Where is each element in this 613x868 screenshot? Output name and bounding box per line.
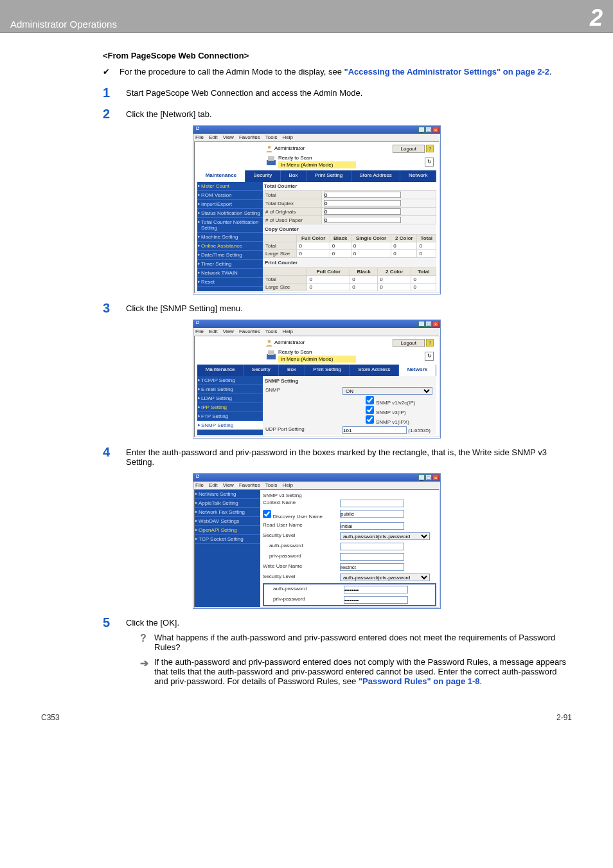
nav-ftp[interactable]: FTP Setting [197,412,263,421]
nav-total-counter-notif[interactable]: Total Counter Notification Setting [197,218,263,233]
logout-button[interactable]: Logout [393,145,425,153]
nav-network-fax[interactable]: Network Fax Setting [195,508,260,517]
close-icon[interactable]: × [432,127,439,132]
usedpaper-value[interactable] [324,217,401,223]
discovery-field[interactable] [340,510,404,518]
tab-maintenance[interactable]: Maintenance [197,365,244,376]
minimize-icon[interactable]: _ [418,321,425,327]
nav-ipp[interactable]: IPP Setting [197,403,263,412]
link-admin-settings[interactable]: "Accessing the Administrator Settings" o… [344,67,550,77]
tab-maintenance[interactable]: Maintenance [197,170,245,182]
nav-twain[interactable]: Network TWAIN [197,269,263,278]
menu-view[interactable]: View [223,134,234,140]
menu-view[interactable]: View [223,482,234,488]
nav-timer[interactable]: Timer Setting [197,260,263,269]
discovery-checkbox[interactable] [263,510,271,518]
step-2: 2 Click the [Network] tab. [103,107,572,122]
total-value[interactable] [324,192,401,198]
nav-online-assist[interactable]: Online Assistance [197,242,263,251]
udp-port-field[interactable] [342,426,407,434]
help-icon[interactable]: ? [426,339,434,347]
menu-help[interactable]: Help [282,482,292,488]
privpw-field-write[interactable] [344,596,408,604]
menu-tools[interactable]: Tools [265,482,278,488]
maximize-icon[interactable]: □ [425,321,432,327]
administrator-icon [265,339,273,347]
duplex-value[interactable] [324,200,401,206]
tab-print-setting[interactable]: Print Setting [306,170,351,182]
nav-appletalk[interactable]: AppleTalk Setting [195,499,260,508]
tab-security[interactable]: Security [244,365,279,376]
write-user-label: Write User Name [263,563,340,571]
tab-network[interactable]: Network [399,365,436,376]
nav-datetime[interactable]: Date/Time Setting [197,251,263,260]
snmp-on-select[interactable]: ON [342,387,432,395]
nav-ldap[interactable]: LDAP Setting [197,394,263,403]
snmp-v1ipx-checkbox[interactable]: SNMP v1(IPX) [263,415,436,425]
tab-store-address[interactable]: Store Address [351,170,401,182]
tab-store-address[interactable]: Store Address [350,365,399,376]
menu-tools[interactable]: Tools [265,329,278,334]
seclevel-select-read[interactable]: auth-password/priv-password [340,532,430,540]
authpw-label-read: auth-password [263,543,340,550]
authpw-field-write[interactable] [344,586,408,593]
link-password-rules[interactable]: "Password Rules" on page 1-8 [359,676,480,686]
maximize-icon[interactable]: □ [425,127,432,132]
menu-file[interactable]: File [195,329,204,334]
nav-openapi[interactable]: OpenAPI Setting [195,526,260,535]
refresh-icon[interactable]: ↻ [425,352,434,361]
snmp-v1v2c-checkbox[interactable]: SNMP v1/v2c(IP) [263,396,436,406]
menu-file[interactable]: File [195,134,204,140]
logout-button[interactable]: Logout [393,339,425,347]
status-ready: Ready to Scan [278,155,312,161]
menu-help[interactable]: Help [282,134,292,140]
originals-value[interactable] [324,208,401,215]
close-icon[interactable]: × [432,475,439,480]
menu-view[interactable]: View [223,329,234,334]
step-number: 2 [103,107,126,122]
menu-favorites[interactable]: Favorites [239,134,260,140]
tab-security[interactable]: Security [245,170,281,182]
write-user-field[interactable] [340,563,404,571]
nav-meter-count[interactable]: Meter Count [197,182,263,191]
tab-box[interactable]: Box [279,365,305,376]
snmp-v3-checkbox[interactable]: SNMP v3(IP) [263,406,436,415]
nav-email[interactable]: E-mail Setting [197,385,263,394]
menu-help[interactable]: Help [282,329,292,334]
nav-machine-setting[interactable]: Machine Setting [197,233,263,242]
refresh-icon[interactable]: ↻ [425,158,434,167]
tab-network[interactable]: Network [400,170,436,182]
context-name-field[interactable] [340,500,404,507]
udp-port-range: (1-65535) [408,428,431,433]
nav-import-export[interactable]: Import/Export [197,200,263,209]
print-counter-table: Full ColorBlack2 ColorTotal Total0000 La… [263,267,436,291]
status-ready: Ready to Scan [278,349,312,355]
read-user-field[interactable] [340,522,404,530]
menu-favorites[interactable]: Favorites [239,482,260,488]
privpw-field-read[interactable] [340,553,404,561]
close-icon[interactable]: × [432,321,439,327]
nav-tcpip[interactable]: TCP/IP Setting [197,376,263,385]
menu-edit[interactable]: Edit [209,134,218,140]
seclevel-select-write[interactable]: auth-password/priv-password [340,574,430,581]
nav-webdav[interactable]: WebDAV Settings [195,517,260,526]
minimize-icon[interactable]: _ [418,475,425,480]
authpw-field-read[interactable] [340,543,404,550]
menu-edit[interactable]: Edit [209,482,218,488]
menu-file[interactable]: File [195,482,204,488]
minimize-icon[interactable]: _ [418,127,425,132]
help-icon[interactable]: ? [426,145,434,152]
tab-box[interactable]: Box [281,170,306,182]
maximize-icon[interactable]: □ [425,475,432,480]
menu-edit[interactable]: Edit [209,329,218,334]
nav-snmp[interactable]: SNMP Setting [197,421,263,430]
menu-tools[interactable]: Tools [265,134,278,140]
nav-reset[interactable]: Reset [197,278,263,287]
nav-rom-version[interactable]: ROM Version [197,191,263,200]
menu-favorites[interactable]: Favorites [239,329,260,334]
nav-netware[interactable]: NetWare Setting [195,490,260,499]
tab-print-setting[interactable]: Print Setting [305,365,350,376]
nav-status-notif[interactable]: Status Notification Setting [197,209,263,218]
nav-tcp-socket[interactable]: TCP Socket Setting [195,535,260,544]
page-header-title: Administrator Operations [10,19,117,30]
